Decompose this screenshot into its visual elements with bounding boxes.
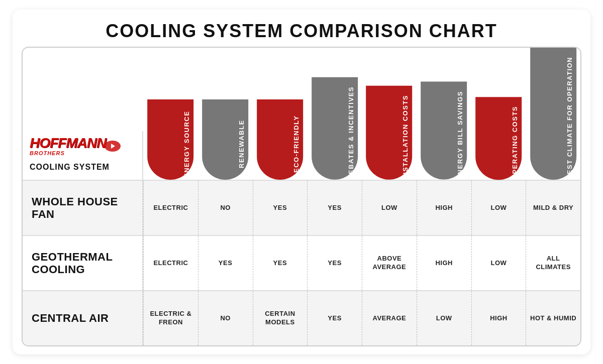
cell-1-5: HIGH <box>417 236 471 290</box>
logo-sub: BROTHERS <box>30 150 106 156</box>
table-row: CENTRAL AIRELECTRIC & FREONNOCERTAIN MOD… <box>23 290 580 345</box>
cell-1-7: ALL CLIMATES <box>526 236 580 290</box>
col-pill-operating: OPERATING COSTS <box>475 97 522 180</box>
chart-title: COOLING SYSTEM COMPARISON CHART <box>13 10 590 47</box>
col-pill-renewable: RENEWABLE <box>202 99 248 180</box>
row-label-1: GEOTHERMAL COOLING <box>23 236 143 290</box>
cell-0-0: ELECTRIC <box>143 181 198 235</box>
col-header-operating: OPERATING COSTS <box>471 48 526 180</box>
col-header-energy_source: ENERGY SOURCE <box>143 48 198 180</box>
corner-label: COOLING SYSTEM <box>30 162 110 174</box>
cell-2-0: ELECTRIC & FREON <box>143 291 198 345</box>
cell-0-4: LOW <box>362 181 417 235</box>
cell-0-2: YES <box>253 181 308 235</box>
corner-cell: HOFFMANN BROTHERS COOLING SYSTEM <box>23 131 143 180</box>
row-cells-2: ELECTRIC & FREONNOCERTAIN MODELSYESAVERA… <box>143 291 580 345</box>
logo-swoosh-icon <box>104 140 121 153</box>
cell-1-2: YES <box>253 236 308 290</box>
row-cells-1: ELECTRICYESYESYESABOVE AVERAGEHIGHLOWALL… <box>143 236 580 290</box>
logo-main: HOFFMANN <box>30 136 106 150</box>
cell-2-2: CERTAIN MODELS <box>253 291 308 345</box>
cell-0-7: MILD & DRY <box>526 181 580 235</box>
comparison-table: HOFFMANN BROTHERS COOLING SYSTEM ENERGY … <box>22 47 581 346</box>
header-row: HOFFMANN BROTHERS COOLING SYSTEM ENERGY … <box>23 48 580 180</box>
cell-2-7: HOT & HUMID <box>526 291 580 345</box>
data-rows: WHOLE HOUSE FANELECTRICNOYESYESLOWHIGHLO… <box>23 180 580 345</box>
cell-1-0: ELECTRIC <box>143 236 198 290</box>
row-cells-0: ELECTRICNOYESYESLOWHIGHLOWMILD & DRY <box>143 181 580 235</box>
col-header-renewable: RENEWABLE <box>198 48 253 180</box>
cell-2-5: LOW <box>417 291 471 345</box>
cell-1-4: ABOVE AVERAGE <box>362 236 417 290</box>
cell-0-6: LOW <box>471 181 526 235</box>
cell-2-6: HIGH <box>471 291 526 345</box>
chart-container: COOLING SYSTEM COMPARISON CHART HOFFMANN… <box>13 10 590 354</box>
cell-1-1: YES <box>198 236 253 290</box>
col-header-installation: INSTALLATION COSTS <box>362 48 417 180</box>
table-row: WHOLE HOUSE FANELECTRICNOYESYESLOWHIGHLO… <box>23 180 580 235</box>
cell-0-3: YES <box>307 181 362 235</box>
col-pill-rebates: REBATES & INCENTIVES <box>312 77 358 180</box>
col-pill-installation: INSTALLATION COSTS <box>366 86 412 180</box>
col-pill-energy_source: ENERGY SOURCE <box>147 99 193 180</box>
col-header-rebates: REBATES & INCENTIVES <box>307 48 362 180</box>
cell-1-6: LOW <box>471 236 526 290</box>
col-header-eco_friendly: ECO-FRIENDLY <box>253 48 308 180</box>
logo: HOFFMANN BROTHERS <box>30 136 121 156</box>
cell-2-4: AVERAGE <box>362 291 417 345</box>
row-label-2: CENTRAL AIR <box>23 291 143 345</box>
col-pill-energy_bill: ENERGY BILL SAVINGS <box>421 82 467 180</box>
column-headers: ENERGY SOURCERENEWABLEECO-FRIENDLYREBATE… <box>143 48 580 180</box>
table-row: GEOTHERMAL COOLINGELECTRICYESYESYESABOVE… <box>23 235 580 290</box>
cell-2-1: NO <box>198 291 253 345</box>
cell-0-1: NO <box>198 181 253 235</box>
col-pill-climate: BEST CLIMATE FOR OPERATION <box>530 48 576 180</box>
row-label-0: WHOLE HOUSE FAN <box>23 181 143 235</box>
cell-1-3: YES <box>307 236 362 290</box>
col-pill-eco_friendly: ECO-FRIENDLY <box>257 99 303 180</box>
col-header-climate: BEST CLIMATE FOR OPERATION <box>526 48 580 180</box>
cell-2-3: YES <box>307 291 362 345</box>
col-header-energy_bill: ENERGY BILL SAVINGS <box>417 48 471 180</box>
cell-0-5: HIGH <box>417 181 471 235</box>
